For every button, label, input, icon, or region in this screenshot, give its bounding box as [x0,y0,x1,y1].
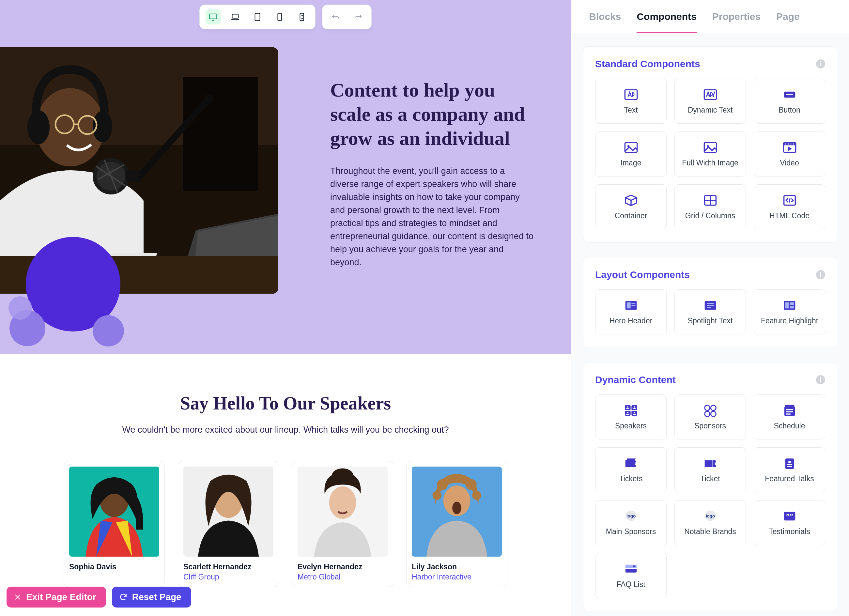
component-label: Notable Brands [684,527,736,536]
svg-point-68 [27,110,49,144]
component-label: Hero Header [609,317,652,325]
speaker-photo [69,467,159,556]
component-html-code[interactable]: HTML Code [754,185,825,229]
component-dynamic-text[interactable]: Dynamic Text [675,79,746,123]
component-label: Button [779,106,800,115]
speakers-grid: Sophia Davis Scarlett Hernandez Cliff Gr… [0,461,571,587]
device-custom-size-button[interactable] [294,9,309,24]
device-phone-button[interactable] [272,9,287,24]
editor-action-bar: Exit Page Editor Reset Page [6,587,191,607]
svg-point-94 [472,491,481,500]
speakers-section[interactable]: Say Hello To Our Speakers We couldn't be… [0,354,571,607]
reset-page-button[interactable]: Reset Page [112,587,191,607]
component-label: Full Width Image [682,159,739,167]
speakers-title[interactable]: Say Hello To Our Speakers [0,393,571,414]
speaker-card[interactable]: Evelyn Hernandez Metro Global [292,461,393,587]
component-label: Ticket [700,475,720,483]
component-video[interactable]: Video [754,131,825,177]
component-button[interactable]: Button [754,79,825,123]
speaker-card[interactable]: Scarlett Hernandez Cliff Group [178,461,279,587]
tab-components[interactable]: Components [637,11,696,33]
component-label: Video [780,159,799,167]
speaker-company: Cliff Group [183,573,273,582]
redo-button[interactable] [350,9,365,24]
component-testimonials[interactable]: Testimonials [754,500,825,545]
section-layout-components: Layout Components i Hero Header Spotligh… [583,257,837,348]
reset-page-label: Reset Page [132,592,182,602]
speaker-name: Sophia Davis [69,562,159,571]
svg-point-92 [466,479,477,490]
component-tickets[interactable]: Tickets [595,447,667,493]
component-image[interactable]: Image [595,131,667,177]
svg-point-91 [437,479,448,490]
component-label: Dynamic Text [688,106,733,115]
hero-body[interactable]: Throughout the event, you'll gain access… [330,165,534,269]
component-schedule[interactable]: Schedule [754,394,825,439]
component-label: Schedule [774,421,805,430]
tab-page[interactable]: Page [776,11,800,33]
component-label: Image [621,159,642,167]
svg-rect-63 [300,13,304,21]
section-standard-components: Standard Components i Text Dynamic Text … [583,46,837,243]
speaker-photo [298,467,388,556]
hero-text: Content to help you scale as a company a… [278,0,571,294]
tab-properties[interactable]: Properties [712,11,761,33]
device-laptop-button[interactable] [228,9,243,24]
component-feature-highlight[interactable]: Feature Highlight [754,289,825,335]
device-toolbar [200,4,372,29]
svg-point-75 [204,94,213,103]
component-label: Container [615,211,647,220]
component-full-width-image[interactable]: Full Width Image [675,131,746,177]
component-hero-header[interactable]: Hero Header [595,289,667,335]
speakers-subtitle[interactable]: We couldn't be more excited about our li… [0,425,571,435]
svg-point-69 [93,111,112,142]
svg-point-95 [452,502,461,515]
svg-rect-61 [255,13,260,21]
history-group [322,4,372,29]
component-grid[interactable]: Grid / Columns [675,185,746,229]
component-label: Featured Talks [765,475,814,483]
info-icon[interactable]: i [816,270,825,279]
app-root: Content to help you scale as a company a… [0,0,849,616]
speaker-name: Lily Jackson [412,562,502,571]
device-group [200,4,316,29]
component-label: Feature Highlight [761,317,818,325]
right-panel: Blocks Components Properties Page Standa… [571,0,849,616]
speaker-card[interactable]: Lily Jackson Harbor Interactive [406,461,507,587]
device-tablet-button[interactable] [250,9,265,24]
component-faq-list[interactable]: FAQ List [595,553,667,598]
section-title: Standard Components [595,58,700,70]
info-icon[interactable]: i [816,375,825,384]
svg-rect-74 [126,170,141,182]
svg-point-81 [93,315,124,347]
component-spotlight-text[interactable]: Spotlight Text [675,289,746,335]
undo-button[interactable] [328,9,343,24]
exit-editor-button[interactable]: Exit Page Editor [6,587,106,607]
hero-section[interactable]: Content to help you scale as a company a… [0,0,571,354]
component-container[interactable]: Container [595,185,667,229]
speaker-card[interactable]: Sophia Davis [64,461,165,587]
component-ticket[interactable]: Ticket [675,447,746,493]
component-text[interactable]: Text [595,79,667,123]
component-label: Testimonials [769,527,810,536]
svg-point-80 [9,296,32,320]
tab-blocks[interactable]: Blocks [589,11,621,33]
svg-rect-60 [232,14,238,18]
component-label: Sponsors [694,421,726,430]
component-label: HTML Code [769,211,810,220]
device-desktop-button[interactable] [206,9,220,24]
speaker-photo [412,467,502,556]
svg-rect-62 [278,13,281,21]
section-title: Layout Components [595,269,690,280]
component-main-sponsors[interactable]: Main Sponsors [595,500,667,545]
component-speakers[interactable]: Speakers [595,394,667,439]
info-icon[interactable]: i [816,60,825,68]
component-label: Tickets [619,475,643,483]
svg-rect-66 [183,77,258,191]
component-featured-talks[interactable]: Featured Talks [754,447,825,493]
component-sponsors[interactable]: Sponsors [675,394,746,439]
svg-point-93 [432,491,441,500]
component-notable-brands[interactable]: Notable Brands [675,500,746,545]
svg-point-88 [332,469,353,483]
hero-title[interactable]: Content to help you scale as a company a… [330,78,535,150]
